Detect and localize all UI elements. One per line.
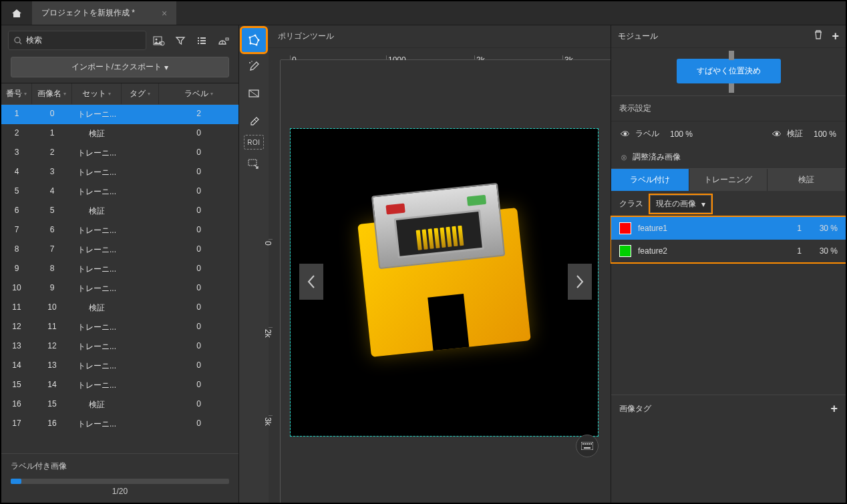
add-tag-icon[interactable]: + bbox=[830, 402, 838, 416]
svg-rect-29 bbox=[584, 447, 590, 449]
table-row[interactable]: 1514トレーニ...0 bbox=[1, 376, 238, 395]
image-frame bbox=[290, 128, 599, 437]
table-row[interactable]: 98トレーニ...0 bbox=[1, 260, 238, 279]
svg-point-4 bbox=[160, 41, 164, 45]
rect-tool[interactable] bbox=[242, 81, 266, 105]
svg-point-15 bbox=[258, 39, 260, 41]
canvas[interactable] bbox=[281, 60, 611, 503]
col-image[interactable]: 画像名▾ bbox=[32, 83, 72, 104]
keyboard-icon[interactable] bbox=[576, 435, 599, 457]
tab-training[interactable]: トレーニング bbox=[689, 169, 768, 191]
svg-rect-22 bbox=[248, 160, 257, 166]
table-row[interactable]: 54トレーニ...0 bbox=[1, 182, 238, 202]
label-pct: 100 % bbox=[670, 130, 693, 139]
ruler-vertical: 0 2k 3k bbox=[269, 60, 281, 503]
layout-icon[interactable] bbox=[214, 32, 232, 49]
feature-count: 1 bbox=[782, 246, 802, 256]
image-table: 10トレーニ...221検証032トレーニ...043トレーニ...054トレー… bbox=[1, 105, 238, 453]
svg-point-18 bbox=[249, 62, 250, 63]
tab-verify[interactable]: 検証 bbox=[768, 169, 846, 191]
module-box: すばやく位置決め bbox=[611, 48, 846, 96]
svg-rect-9 bbox=[198, 43, 199, 44]
select-tool[interactable] bbox=[242, 152, 266, 176]
tab-title: プロジェクトを新規作成 * bbox=[41, 7, 135, 19]
svg-rect-6 bbox=[200, 37, 206, 39]
eraser-tool[interactable] bbox=[242, 108, 266, 132]
class-select[interactable]: 現在の画像 ▾ bbox=[650, 195, 711, 213]
canvas-area: ポリゴンツール 0 1000 2k 3k 0 2k 3k bbox=[269, 25, 611, 503]
trash-icon[interactable] bbox=[813, 29, 824, 43]
table-row[interactable]: 65検証0 bbox=[1, 202, 238, 221]
table-row[interactable]: 10トレーニ...2 bbox=[1, 105, 238, 124]
image-tag-title: 画像タグ bbox=[619, 403, 651, 415]
import-export-button[interactable]: インポート/エクスポート ▾ bbox=[11, 57, 229, 77]
table-row[interactable]: 109トレーニ...0 bbox=[1, 279, 238, 298]
table-row[interactable]: 1312トレーニ...0 bbox=[1, 337, 238, 356]
verify-visibility[interactable]: 👁検証 bbox=[772, 128, 803, 140]
table-row[interactable]: 1615検証0 bbox=[1, 395, 238, 415]
feature-row[interactable]: feature2 1 30 % bbox=[611, 240, 846, 262]
display-settings-title: 表示設定 bbox=[611, 96, 846, 121]
feature-pct: 30 % bbox=[808, 246, 838, 256]
search-icon bbox=[14, 37, 22, 45]
col-tag[interactable]: タグ▾ bbox=[122, 83, 159, 104]
svg-rect-7 bbox=[198, 40, 199, 41]
prev-image-button[interactable] bbox=[299, 264, 323, 300]
next-image-button[interactable] bbox=[568, 264, 592, 300]
brush-tool[interactable] bbox=[242, 55, 266, 79]
quick-position-button[interactable]: すばやく位置決め bbox=[677, 59, 781, 83]
svg-rect-26 bbox=[586, 443, 588, 445]
table-row[interactable]: 1716トレーニ...0 bbox=[1, 415, 238, 434]
class-label: クラス bbox=[619, 198, 643, 210]
project-tab[interactable]: プロジェクトを新規作成 * × bbox=[32, 1, 176, 25]
filter-icon[interactable] bbox=[172, 32, 189, 49]
feature-count: 1 bbox=[782, 224, 802, 233]
color-swatch bbox=[619, 245, 631, 257]
feature-row[interactable]: feature1 1 30 % bbox=[611, 217, 846, 240]
progress-bar[interactable] bbox=[11, 479, 229, 484]
ruler-horizontal: 0 1000 2k 3k bbox=[281, 48, 611, 60]
svg-rect-10 bbox=[200, 43, 206, 44]
title-bar: プロジェクトを新規作成 * × bbox=[1, 1, 846, 25]
svg-rect-8 bbox=[200, 40, 206, 41]
svg-point-17 bbox=[250, 43, 252, 45]
search-input[interactable]: 検索 bbox=[8, 31, 146, 50]
col-label[interactable]: ラベル▾ bbox=[159, 83, 238, 104]
verify-pct: 100 % bbox=[814, 130, 836, 139]
table-row[interactable]: 1413トレーニ...0 bbox=[1, 356, 238, 376]
device-image bbox=[357, 208, 531, 357]
polygon-tool[interactable] bbox=[242, 28, 266, 52]
svg-point-0 bbox=[15, 37, 20, 43]
home-icon bbox=[11, 8, 22, 19]
close-icon[interactable]: × bbox=[162, 8, 167, 19]
right-panel: モジュール + すばやく位置決め 表示設定 👁ラベル 100 % 👁検証 100… bbox=[611, 25, 846, 503]
table-row[interactable]: 1211トレーニ...0 bbox=[1, 318, 238, 337]
svg-point-3 bbox=[156, 38, 158, 40]
feature-name: feature1 bbox=[638, 224, 775, 233]
tab-labeling[interactable]: ラベル付け bbox=[611, 169, 689, 191]
add-icon[interactable]: + bbox=[832, 29, 839, 43]
col-number[interactable]: 番号▾ bbox=[1, 83, 32, 104]
svg-line-21 bbox=[255, 119, 257, 121]
home-button[interactable] bbox=[1, 1, 32, 25]
left-panel: 検索 インポート/エクスポート ▾ 番号▾ 画像名▾ セット▾ タグ▾ ラベル▾… bbox=[1, 25, 239, 503]
image-settings-icon[interactable] bbox=[150, 32, 168, 49]
progress-text: 1/20 bbox=[11, 487, 229, 496]
table-row[interactable]: 43トレーニ...0 bbox=[1, 163, 238, 182]
svg-rect-12 bbox=[226, 38, 228, 40]
eye-icon: 👁 bbox=[621, 129, 630, 140]
svg-rect-23 bbox=[581, 442, 593, 450]
list-icon[interactable] bbox=[193, 32, 210, 49]
adjusted-image-toggle[interactable]: ⊗ 調整済み画像 bbox=[611, 146, 846, 168]
roi-tool[interactable]: ROI bbox=[244, 135, 264, 150]
eye-icon: 👁 bbox=[772, 129, 782, 140]
svg-point-19 bbox=[251, 61, 252, 62]
table-row[interactable]: 1110検証0 bbox=[1, 298, 238, 318]
feature-pct: 30 % bbox=[808, 224, 838, 233]
table-row[interactable]: 87トレーニ...0 bbox=[1, 240, 238, 260]
label-visibility[interactable]: 👁ラベル bbox=[621, 128, 659, 140]
col-set[interactable]: セット▾ bbox=[72, 83, 122, 104]
table-row[interactable]: 21検証0 bbox=[1, 124, 238, 144]
table-row[interactable]: 32トレーニ...0 bbox=[1, 144, 238, 163]
table-row[interactable]: 76トレーニ...0 bbox=[1, 221, 238, 240]
